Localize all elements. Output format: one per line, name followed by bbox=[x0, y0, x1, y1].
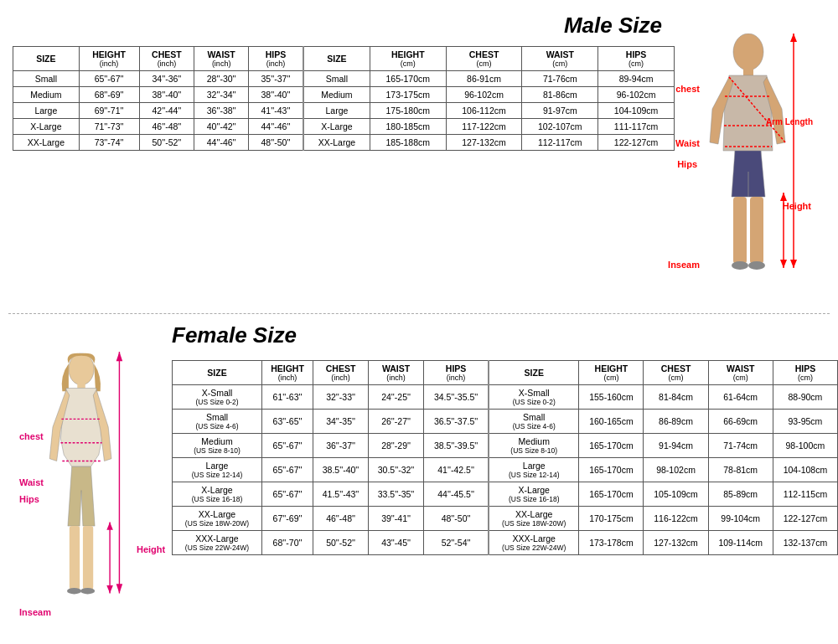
female-measurement-cell: 63''-65'' bbox=[262, 410, 313, 434]
female-measurement-cell-cm: 127-132cm bbox=[644, 531, 708, 555]
section-divider bbox=[8, 313, 830, 314]
female-col-height-cm: HEIGHT(cm) bbox=[579, 361, 644, 385]
female-table-row: Large(US Size 12-14)65''-67''38.5''-40''… bbox=[173, 458, 838, 482]
male-measurement-cell: 73''-74'' bbox=[79, 135, 139, 151]
female-measurement-cell-cm: 165-170cm bbox=[579, 458, 644, 482]
male-measurement-cell-cm: 89-94cm bbox=[598, 71, 675, 87]
svg-marker-14 bbox=[780, 260, 787, 268]
male-measurement-cell: 32''-34'' bbox=[194, 87, 249, 103]
male-measurement-cell: 71''-73'' bbox=[79, 119, 139, 135]
male-title: Male Size bbox=[564, 13, 662, 39]
female-measurement-cell-cm: 173-178cm bbox=[579, 531, 644, 555]
svg-point-4 bbox=[732, 261, 748, 270]
male-measurement-cell-cm: 122-127cm bbox=[598, 135, 675, 151]
female-col-waist-inch: WAIST(inch) bbox=[369, 361, 424, 385]
female-size-cell: XXX-Large(US Size 22W-24W) bbox=[173, 531, 262, 555]
male-measurement-cell: 44''-46'' bbox=[194, 135, 249, 151]
male-col-waist-cm: WAIST(cm) bbox=[522, 47, 598, 71]
female-measurement-cell: 50''-52'' bbox=[313, 531, 369, 555]
female-measurement-cell: 32''-33'' bbox=[313, 385, 369, 410]
male-measurement-cell: 42''-44'' bbox=[139, 103, 194, 119]
female-measurement-cell: 38.5''-39.5'' bbox=[424, 434, 489, 458]
male-table-row: Large69''-71''42''-44''36''-38''41''-43'… bbox=[13, 103, 675, 119]
waist-label-female: Waist bbox=[19, 477, 44, 487]
male-size-cell-cm: Medium bbox=[303, 87, 370, 103]
female-col-size-cm: SIZE bbox=[489, 361, 579, 385]
female-measurement-cell: 43''-45'' bbox=[369, 531, 424, 555]
svg-marker-29 bbox=[106, 522, 113, 529]
svg-point-5 bbox=[748, 261, 765, 270]
male-size-cell: Medium bbox=[13, 87, 80, 103]
female-measurement-cell: 65''-67'' bbox=[262, 458, 313, 482]
male-measurement-cell: 38''-40'' bbox=[249, 87, 303, 103]
female-measurement-cell: 28''-29'' bbox=[369, 434, 424, 458]
male-table-row: X-Large71''-73''46''-48''40''-42''44''-4… bbox=[13, 119, 675, 135]
male-measurement-cell-cm: 180-185cm bbox=[370, 119, 446, 135]
male-size-cell-cm: Small bbox=[303, 71, 370, 87]
female-size-cell: X-Large(US Size 16-18) bbox=[173, 482, 262, 507]
female-measurement-cell-cm: 91-94cm bbox=[644, 434, 708, 458]
female-col-hips-cm: HIPS(cm) bbox=[773, 361, 837, 385]
svg-rect-3 bbox=[750, 197, 763, 264]
female-size-cell-cm: X-Small(US Size 0-2) bbox=[489, 385, 579, 410]
female-size-cell: Large(US Size 12-14) bbox=[173, 458, 262, 482]
female-table-row: XXX-Large(US Size 22W-24W)68''-70''50''-… bbox=[173, 531, 838, 555]
male-table-row: XX-Large73''-74''50''-52''44''-46''48''-… bbox=[13, 135, 675, 151]
female-measurement-cell-cm: 112-115cm bbox=[773, 482, 837, 507]
male-measurement-cell-cm: 175-180cm bbox=[370, 103, 446, 119]
chest-label-male: chest bbox=[675, 84, 700, 94]
male-size-cell: X-Large bbox=[13, 119, 80, 135]
female-section: Female Size bbox=[8, 318, 830, 644]
female-measurement-cell-cm: 160-165cm bbox=[579, 410, 644, 434]
female-measurement-cell-cm: 105-109cm bbox=[644, 482, 708, 507]
male-col-size-inch: SIZE bbox=[13, 47, 80, 71]
male-measurement-cell-cm: 91-97cm bbox=[522, 103, 598, 119]
female-measurement-cell: 39''-41'' bbox=[369, 507, 424, 531]
male-measurement-cell: 50''-52'' bbox=[139, 135, 194, 151]
male-col-chest-cm: CHEST(cm) bbox=[446, 47, 522, 71]
male-measurement-cell: 44''-46'' bbox=[249, 119, 303, 135]
male-measurement-cell-cm: 173-175cm bbox=[370, 87, 446, 103]
female-measurement-cell-cm: 165-170cm bbox=[579, 482, 644, 507]
female-col-height-inch: HEIGHT(inch) bbox=[262, 361, 313, 385]
female-measurement-cell: 41.5''-43'' bbox=[313, 482, 369, 507]
female-measurement-cell: 61''-63'' bbox=[262, 385, 313, 410]
female-col-chest-cm: CHEST(cm) bbox=[644, 361, 708, 385]
male-col-size-cm: SIZE bbox=[303, 47, 370, 71]
female-measurement-cell-cm: 132-137cm bbox=[773, 531, 837, 555]
svg-point-21 bbox=[80, 588, 95, 595]
male-col-hips-inch: HIPS(inch) bbox=[249, 47, 303, 71]
female-col-hips-inch: HIPS(inch) bbox=[424, 361, 489, 385]
svg-marker-30 bbox=[106, 585, 113, 593]
male-measurement-cell-cm: 96-102cm bbox=[446, 87, 522, 103]
male-measurement-cell-cm: 96-102cm bbox=[598, 87, 675, 103]
female-measurement-cell-cm: 61-64cm bbox=[708, 385, 773, 410]
female-measurement-cell-cm: 71-74cm bbox=[708, 434, 773, 458]
male-measurement-cell: 69''-71'' bbox=[79, 103, 139, 119]
female-title: Female Size bbox=[172, 322, 297, 348]
female-measurement-cell: 36''-37'' bbox=[313, 434, 369, 458]
svg-point-16 bbox=[69, 353, 94, 385]
male-measurement-cell: 68''-69'' bbox=[79, 87, 139, 103]
hips-label-female: Hips bbox=[19, 494, 39, 504]
female-measurement-cell: 48''-50'' bbox=[424, 507, 489, 531]
female-measurement-cell: 46''-48'' bbox=[313, 507, 369, 531]
male-size-cell: XX-Large bbox=[13, 135, 80, 151]
male-measurement-cell: 40''-42'' bbox=[194, 119, 249, 135]
male-table-row: Small65''-67''34''-36''28''-30''35''-37'… bbox=[13, 71, 675, 87]
male-size-cell: Small bbox=[13, 71, 80, 87]
female-measurement-cell: 34.5''-35.5'' bbox=[424, 385, 489, 410]
svg-rect-1 bbox=[743, 67, 753, 75]
male-measurement-cell-cm: 86-91cm bbox=[446, 71, 522, 87]
female-measurement-cell: 30.5''-32'' bbox=[369, 458, 424, 482]
inseam-label-female: Inseam bbox=[19, 607, 51, 617]
male-table-container: SIZE HEIGHT(inch) CHEST(inch) WAIST(inch… bbox=[13, 46, 675, 151]
female-table-row: X-Small(US Size 0-2)61''-63''32''-33''24… bbox=[173, 385, 838, 410]
female-measurement-cell-cm: 88-90cm bbox=[773, 385, 837, 410]
male-measurement-cell: 38''-40'' bbox=[139, 87, 194, 103]
svg-marker-10 bbox=[790, 33, 797, 42]
male-col-height-cm: HEIGHT(cm) bbox=[370, 47, 446, 71]
svg-rect-17 bbox=[77, 382, 85, 389]
male-measurement-cell: 36''-38'' bbox=[194, 103, 249, 119]
male-figure: chest Arm Length Waist Hips Height Insea… bbox=[675, 33, 821, 301]
